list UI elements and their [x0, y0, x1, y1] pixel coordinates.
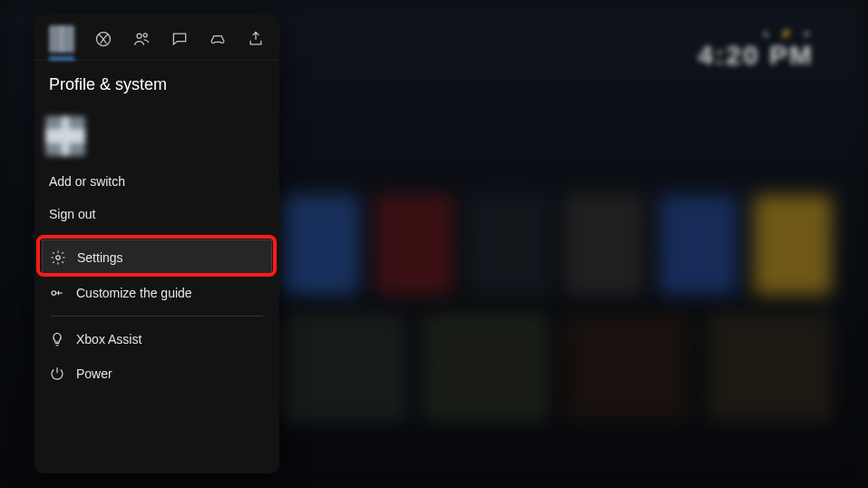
guide-section-title: Profile & system — [34, 61, 279, 100]
game-tile — [659, 195, 737, 295]
xbox-guide-panel: Profile & system Add or switch Sign out … — [34, 15, 279, 473]
menu-power[interactable]: Power — [34, 356, 279, 391]
svg-point-4 — [52, 291, 56, 296]
svg-point-3 — [56, 256, 61, 260]
menu-label: Xbox Assist — [76, 332, 141, 346]
game-tile — [565, 195, 643, 295]
current-profile[interactable] — [34, 100, 279, 161]
menu-xbox-assist[interactable]: Xbox Assist — [34, 322, 279, 356]
menu-customize-guide[interactable]: Customize the guide — [34, 276, 279, 310]
menu-label: Customize the guide — [76, 286, 192, 300]
guide-tabs — [34, 15, 279, 61]
menu-add-or-switch[interactable]: Add or switch — [34, 165, 279, 198]
chat-icon[interactable] — [171, 30, 189, 48]
status-icons: ● ⚡ ● — [698, 27, 814, 40]
power-icon — [49, 366, 65, 382]
menu-label: Add or switch — [49, 174, 125, 189]
divider — [51, 316, 263, 317]
gear-icon — [50, 249, 66, 266]
game-tile — [423, 313, 548, 422]
status-clock: ● ⚡ ● 4:20 PM — [698, 27, 814, 71]
profile-avatar — [45, 116, 85, 156]
game-tile — [470, 195, 548, 295]
tab-profile-avatar[interactable] — [49, 25, 74, 53]
svg-point-2 — [143, 34, 147, 37]
svg-point-1 — [137, 34, 141, 38]
game-tile — [565, 313, 690, 422]
menu-settings[interactable]: Settings — [42, 239, 272, 276]
menu-sign-out[interactable]: Sign out — [34, 198, 279, 230]
game-tile — [281, 195, 359, 295]
clock-time: 4:20 PM — [698, 40, 814, 71]
controller-icon[interactable] — [209, 30, 227, 48]
game-tile — [754, 195, 832, 295]
lightbulb-icon — [49, 331, 65, 347]
game-tile — [375, 195, 454, 295]
menu-label: Power — [76, 366, 112, 381]
people-icon[interactable] — [132, 30, 151, 48]
xbox-logo-icon[interactable] — [94, 30, 112, 48]
guide-menu-list: Add or switch Sign out Settings Customiz… — [34, 161, 279, 391]
game-tile — [707, 313, 832, 422]
game-tile — [281, 313, 406, 422]
menu-label: Sign out — [49, 207, 95, 221]
customize-icon — [49, 285, 65, 301]
menu-label: Settings — [77, 250, 123, 265]
share-icon[interactable] — [247, 30, 265, 48]
